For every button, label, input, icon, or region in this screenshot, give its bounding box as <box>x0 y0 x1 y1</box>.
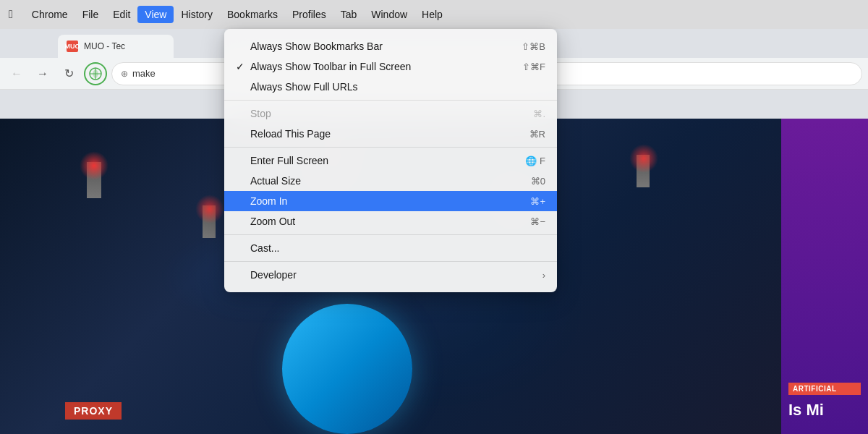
menu-section-show: Always Show Bookmarks Bar ⇧⌘B ✓ Always S… <box>224 33 557 101</box>
label-always-show-toolbar: Always Show Toolbar in Full Screen <box>250 61 522 72</box>
label-zoom-in: Zoom In <box>250 195 530 207</box>
label-always-show-urls: Always Show Full URLs <box>250 81 545 93</box>
menu-section-zoom: Enter Full Screen 🌐 F Actual Size ⌘0 Zoo… <box>224 148 557 235</box>
shortcut-reload: ⌘R <box>529 129 545 140</box>
shortcut-zoom-out: ⌘− <box>530 216 545 227</box>
menu-item-fullscreen[interactable]: Enter Full Screen 🌐 F <box>224 150 557 171</box>
view-dropdown-menu: Always Show Bookmarks Bar ⇧⌘B ✓ Always S… <box>224 29 557 292</box>
menu-item-cast[interactable]: Cast... <box>224 238 557 258</box>
checkmark-toolbar: ✓ <box>236 61 250 72</box>
shortcut-zoom-in: ⌘+ <box>530 196 545 207</box>
label-developer: Developer <box>250 269 542 281</box>
label-cast: Cast... <box>250 242 545 254</box>
menu-section-developer: Developer › <box>224 262 557 288</box>
label-zoom-out: Zoom Out <box>250 216 530 227</box>
menu-item-always-show-urls[interactable]: Always Show Full URLs <box>224 77 557 97</box>
menu-item-stop[interactable]: Stop ⌘. <box>224 103 557 124</box>
menu-item-zoom-in[interactable]: Zoom In ⌘+ <box>224 191 557 211</box>
shortcut-actual-size: ⌘0 <box>531 176 545 187</box>
shortcut-fullscreen: 🌐 F <box>525 156 545 166</box>
menu-item-zoom-out[interactable]: Zoom Out ⌘− <box>224 211 557 231</box>
label-stop: Stop <box>250 108 533 119</box>
label-fullscreen: Enter Full Screen <box>250 155 525 166</box>
menu-item-actual-size[interactable]: Actual Size ⌘0 <box>224 171 557 191</box>
shortcut-developer: › <box>542 270 545 281</box>
menu-item-always-show-bookmarks[interactable]: Always Show Bookmarks Bar ⇧⌘B <box>224 36 557 56</box>
menu-item-developer[interactable]: Developer › <box>224 265 557 285</box>
shortcut-toolbar: ⇧⌘F <box>522 61 545 72</box>
menu-item-reload[interactable]: Reload This Page ⌘R <box>224 124 557 144</box>
shortcut-stop: ⌘. <box>533 109 545 119</box>
shortcut-bookmarks: ⇧⌘B <box>522 41 545 52</box>
label-always-show-bookmarks: Always Show Bookmarks Bar <box>250 41 522 52</box>
menu-section-reload: Stop ⌘. Reload This Page ⌘R <box>224 101 557 148</box>
label-actual-size: Actual Size <box>250 175 531 187</box>
menu-section-cast: Cast... <box>224 235 557 262</box>
menu-item-always-show-toolbar[interactable]: ✓ Always Show Toolbar in Full Screen ⇧⌘F <box>224 56 557 77</box>
label-reload: Reload This Page <box>250 128 529 140</box>
dropdown-overlay: Always Show Bookmarks Bar ⇧⌘B ✓ Always S… <box>0 0 868 434</box>
